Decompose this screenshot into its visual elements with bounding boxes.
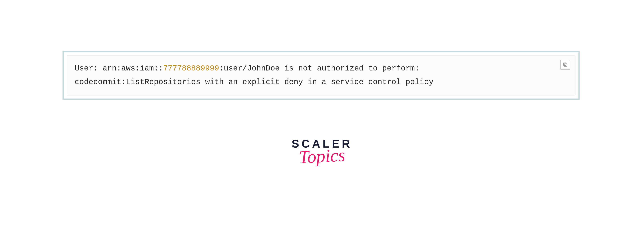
code-block: User: arn:aws:iam::777788889999:user/Joh… [67, 55, 576, 96]
code-line-1: User: arn:aws:iam::777788889999:user/Joh… [75, 62, 568, 76]
code-text: User: arn:aws:iam:: [75, 64, 163, 73]
code-container: User: arn:aws:iam::777788889999:user/Joh… [62, 51, 580, 100]
account-number: 777788889999 [163, 64, 219, 73]
scaler-topics-logo: SCALER Topics [292, 138, 352, 165]
logo-text-topics: Topics [291, 146, 353, 167]
code-text: :user/JohnDoe is not authorized to perfo… [219, 64, 420, 73]
svg-rect-1 [564, 63, 566, 65]
copy-button[interactable] [560, 60, 570, 70]
svg-rect-0 [564, 64, 567, 66]
code-line-2: codecommit:ListRepositories with an expl… [75, 76, 568, 89]
copy-icon [562, 62, 568, 68]
